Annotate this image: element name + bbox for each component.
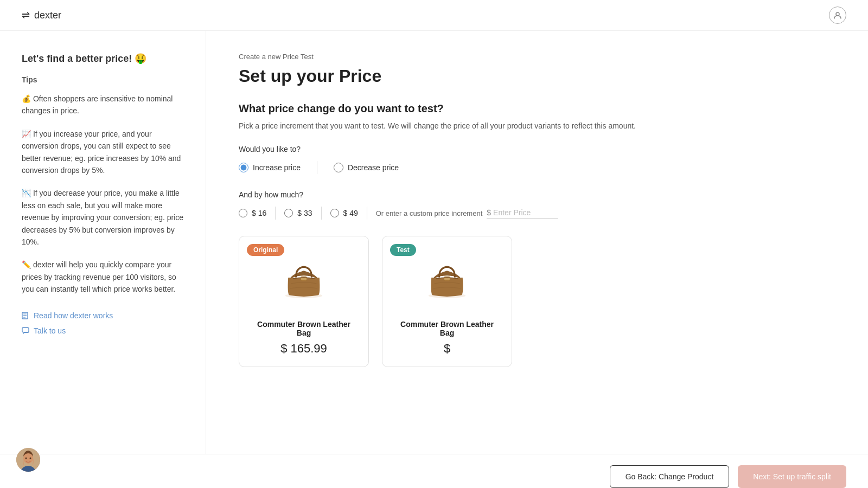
- sidebar: Let's find a better price! 🤑 Tips 💰 Ofte…: [0, 31, 206, 454]
- custom-price-area: Or enter a custom price increment $: [376, 208, 558, 219]
- logo-area: ⇌ dexter: [22, 9, 61, 21]
- decrease-price-option[interactable]: Decrease price: [334, 163, 399, 172]
- custom-price-input[interactable]: [493, 208, 558, 217]
- section-desc: Pick a price increment that you want to …: [239, 120, 835, 132]
- by-how-much-label: And by how much?: [239, 190, 835, 199]
- original-bag-image: [279, 258, 328, 301]
- test-card-image-area: [393, 247, 501, 312]
- product-cards-row: Original: [239, 236, 835, 367]
- test-card-name: Commuter Brown Leather Bag: [393, 320, 501, 337]
- next-button[interactable]: Next: Set up traffic split: [738, 465, 846, 488]
- svg-point-13: [30, 458, 31, 459]
- decrease-price-radio[interactable]: [334, 163, 343, 172]
- increment-divider-2: [321, 207, 322, 220]
- increase-price-option[interactable]: Increase price: [239, 163, 301, 172]
- svg-rect-5: [22, 328, 29, 332]
- sidebar-title: Let's find a better price! 🤑: [22, 53, 184, 65]
- increment-divider-3: [367, 207, 367, 220]
- price-direction-group: Increase price Decrease price: [239, 161, 835, 174]
- svg-point-12: [25, 458, 27, 459]
- read-how-dexter-link[interactable]: Read how dexter works: [22, 311, 184, 320]
- original-badge: Original: [247, 244, 284, 256]
- user-avatar-button[interactable]: [829, 7, 846, 24]
- talk-to-us-link[interactable]: Talk to us: [22, 326, 184, 335]
- logo-text: dexter: [34, 10, 61, 21]
- tip-2-icon: 📈: [22, 130, 31, 138]
- decrease-price-label: Decrease price: [348, 163, 399, 172]
- original-card-name: Commuter Brown Leather Bag: [250, 320, 358, 337]
- would-you-like-label: Would you like to?: [239, 145, 835, 153]
- custom-price-label: Or enter a custom price increment: [376, 209, 483, 217]
- original-product-card: Original: [239, 236, 369, 367]
- increment-group: $ 16 $ 33 $ 49 Or enter a custom price i…: [239, 207, 835, 220]
- increment-33-option[interactable]: $ 33: [284, 209, 312, 217]
- book-icon: [22, 312, 29, 319]
- chat-icon: [22, 327, 29, 335]
- tip-3-icon: 📉: [22, 189, 31, 197]
- increment-33-label: $ 33: [297, 209, 312, 217]
- avatar: [16, 448, 40, 472]
- increment-16-radio[interactable]: [239, 209, 247, 217]
- talk-link-label: Talk to us: [34, 326, 66, 335]
- increment-33-radio[interactable]: [284, 209, 293, 217]
- header: ⇌ dexter: [0, 0, 868, 31]
- tip-item-4: ✏️ dexter will help you quickly compare …: [22, 259, 184, 295]
- increment-49-radio[interactable]: [330, 209, 339, 217]
- increase-price-radio[interactable]: [239, 163, 248, 172]
- increase-price-label: Increase price: [253, 163, 301, 172]
- increment-divider-1: [275, 207, 276, 220]
- content-area: Create a new Price Test Set up your Pric…: [206, 31, 868, 454]
- footer-bar: Go Back: Change Product Next: Set up tra…: [0, 454, 868, 488]
- tip-item-2: 📈 If you increase your price, and your c…: [22, 128, 184, 177]
- original-card-price: $ 165.99: [250, 342, 358, 356]
- section-question: What price change do you want to test?: [239, 102, 835, 115]
- dollar-sign: $: [487, 208, 491, 217]
- svg-point-0: [836, 12, 839, 16]
- test-card-price: $: [393, 342, 501, 356]
- avatar-image: [16, 448, 40, 472]
- main-layout: Let's find a better price! 🤑 Tips 💰 Ofte…: [0, 31, 868, 454]
- tip-item-1: 💰 Often shoppers are insensitive to nomi…: [22, 93, 184, 117]
- svg-rect-9: [444, 277, 450, 280]
- increment-16-label: $ 16: [252, 209, 266, 217]
- breadcrumb: Create a new Price Test: [239, 53, 835, 61]
- increment-49-option[interactable]: $ 49: [330, 209, 358, 217]
- tip-item-3: 📉 If you decrease your price, you make a…: [22, 187, 184, 248]
- increment-49-label: $ 49: [343, 209, 358, 217]
- tip-1-icon: 💰: [22, 94, 31, 103]
- page-title: Set up your Price: [239, 66, 835, 86]
- original-card-image-area: [250, 247, 358, 312]
- svg-rect-7: [301, 277, 307, 280]
- user-icon: [833, 11, 842, 20]
- test-bag-image: [423, 258, 471, 301]
- back-button[interactable]: Go Back: Change Product: [610, 465, 730, 488]
- test-badge: Test: [390, 244, 416, 256]
- increment-16-option[interactable]: $ 16: [239, 209, 266, 217]
- radio-divider: [317, 161, 317, 174]
- custom-price-input-wrap: $: [487, 208, 558, 219]
- avatar-area: [16, 448, 40, 472]
- logo-icon: ⇌: [22, 9, 30, 21]
- read-link-label: Read how dexter works: [34, 311, 113, 320]
- tip-4-icon: ✏️: [22, 260, 31, 269]
- test-product-card: Test Commuter Brown Leather Bag $: [382, 236, 512, 367]
- tips-label: Tips: [22, 75, 184, 84]
- sidebar-links: Read how dexter works Talk to us: [22, 311, 184, 335]
